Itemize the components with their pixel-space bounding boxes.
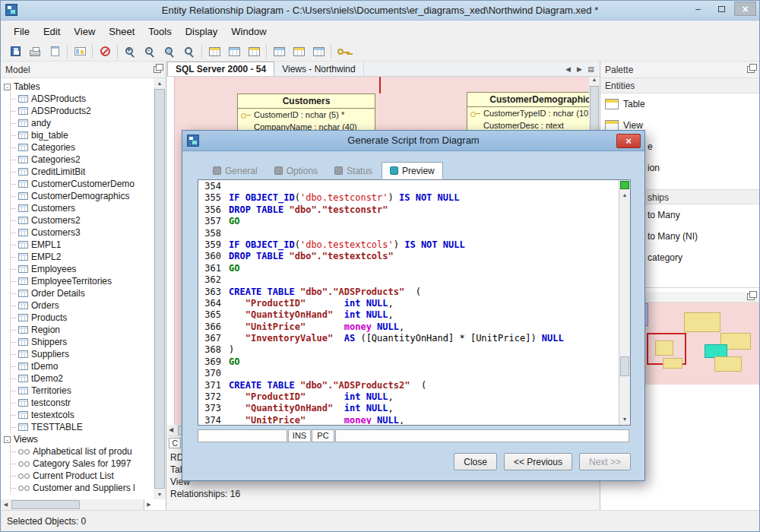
- tree-item-order-details[interactable]: Order Details: [11, 287, 154, 299]
- save-button[interactable]: [5, 43, 25, 60]
- tree-item-categories[interactable]: Categories: [11, 141, 154, 154]
- sheet-prev-button[interactable]: ◀: [562, 65, 574, 73]
- tree-item-adsproducts[interactable]: ADSProducts: [11, 93, 154, 105]
- page-button[interactable]: [45, 43, 65, 60]
- zoom-out-button[interactable]: [140, 43, 160, 60]
- scrollbar-thumb[interactable]: [154, 89, 165, 489]
- previous-button[interactable]: << Previous: [504, 453, 572, 470]
- dialog-title-bar[interactable]: Generate Script from Diagram ×: [182, 131, 644, 151]
- tree-item-testextcols[interactable]: testextcols: [11, 409, 154, 421]
- entity-customerdemographics[interactable]: CustomerDemographicsCustomerTypeID : nch…: [467, 92, 589, 132]
- print-button[interactable]: [25, 43, 45, 60]
- table-button-5[interactable]: [289, 43, 309, 60]
- tree-item-big-table[interactable]: big_table: [11, 129, 154, 141]
- tree-item-shippers[interactable]: Shippers: [11, 336, 154, 348]
- tree-item-orders[interactable]: Orders: [11, 299, 154, 312]
- dialog-tab-preview[interactable]: Preview: [382, 162, 443, 179]
- scroll-up-icon[interactable]: ▲: [619, 191, 630, 200]
- next-button[interactable]: Next >>: [579, 453, 631, 470]
- menu-item-view[interactable]: View: [67, 23, 102, 40]
- sheet-tab-sql-server-2000-54[interactable]: SQL Server 2000 - 54: [167, 62, 274, 76]
- tree-item-categories2[interactable]: Categories2: [11, 154, 154, 166]
- tree-item-tdemo[interactable]: tDemo: [11, 360, 154, 372]
- model-tree-horizontal-scrollbar[interactable]: ◀ ▶: [1, 499, 154, 510]
- model-tree-vertical-scrollbar[interactable]: ▲ ▼: [154, 78, 166, 499]
- tree-item-customers[interactable]: Customers: [11, 202, 154, 214]
- script-code[interactable]: 354355IF OBJECT_ID('dbo.testconstr') IS …: [198, 181, 618, 424]
- magnifier-button[interactable]: [179, 43, 199, 60]
- scroll-up-icon[interactable]: ▲: [589, 77, 600, 82]
- table-button-2[interactable]: [224, 43, 244, 60]
- undock-icon[interactable]: [154, 66, 161, 73]
- tree-item-customers2[interactable]: Customers2: [11, 214, 154, 226]
- tree-item-products[interactable]: Products: [11, 312, 154, 324]
- dialog-tab-general[interactable]: General: [205, 162, 265, 179]
- title-bar[interactable]: Entity Relationship Diagram - C:\Users\n…: [1, 1, 759, 21]
- key-button[interactable]: [334, 43, 353, 60]
- tree-item-tdemo2[interactable]: tDemo2: [11, 372, 154, 385]
- scroll-down-icon[interactable]: ▼: [154, 489, 166, 499]
- tree-item-suppliers[interactable]: Suppliers: [11, 348, 154, 360]
- no-entry-button[interactable]: [95, 43, 115, 60]
- tree-item-customerdemographics[interactable]: CustomerDemographics: [11, 190, 154, 202]
- menu-item-tools[interactable]: Tools: [141, 23, 178, 40]
- table-button-3[interactable]: [244, 43, 264, 60]
- scroll-down-icon[interactable]: ▼: [619, 415, 630, 424]
- entity-customers[interactable]: CustomersCustomerID : nchar (5) *Company…: [237, 93, 375, 134]
- slide-button[interactable]: [70, 43, 90, 60]
- dialog-close-button[interactable]: ×: [616, 134, 641, 148]
- palette-item-table[interactable]: Table: [600, 93, 759, 115]
- tree-item-region[interactable]: Region: [11, 324, 154, 336]
- tree-item-empl1[interactable]: EMPL1: [11, 239, 154, 251]
- tree-item-testconstr[interactable]: testconstr: [11, 397, 154, 409]
- zoom-in-button[interactable]: [120, 43, 140, 60]
- editor-vertical-scrollbar[interactable]: ▲ ▼: [619, 180, 630, 425]
- collapse-icon[interactable]: -: [4, 84, 11, 90]
- editor-split-button[interactable]: [620, 181, 629, 189]
- maximize-button[interactable]: [711, 2, 733, 16]
- tree-item-alphabetical-list-of-produ[interactable]: Alphabetical list of produ: [11, 445, 154, 458]
- tree-item-category-sales-for-1997[interactable]: Category Sales for 1997: [11, 458, 154, 470]
- collapse-icon[interactable]: -: [4, 436, 11, 443]
- scroll-right-icon[interactable]: ▶: [144, 499, 154, 510]
- dialog-tab-status[interactable]: Status: [327, 162, 380, 179]
- table-button-4[interactable]: [269, 43, 289, 60]
- scrollbar-thumb[interactable]: [11, 500, 80, 509]
- minimize-button[interactable]: –: [687, 2, 709, 16]
- tree-item-customercustomerdemo[interactable]: CustomerCustomerDemo: [11, 178, 154, 190]
- menu-item-file[interactable]: File: [7, 23, 36, 40]
- dialog-tab-options[interactable]: Options: [267, 162, 325, 179]
- close-button[interactable]: Close: [454, 453, 497, 470]
- close-button[interactable]: ×: [734, 2, 756, 16]
- scroll-left-icon[interactable]: ◀: [169, 425, 173, 435]
- tree-item-employees[interactable]: Employees: [11, 263, 154, 275]
- script-preview-editor[interactable]: 354355IF OBJECT_ID('dbo.testconstr') IS …: [198, 179, 631, 426]
- tree-item-empl2[interactable]: EMPL2: [11, 251, 154, 263]
- tree-item-territories[interactable]: Territories: [11, 385, 154, 397]
- tree-item-customer-and-suppliers-l[interactable]: Customer and Suppliers l: [11, 482, 154, 494]
- table-button-1[interactable]: [204, 43, 224, 60]
- sheet-tab-views-northwind[interactable]: Views - Northwind: [274, 62, 363, 76]
- scroll-up-icon[interactable]: ▲: [154, 78, 166, 88]
- zoom-page-button[interactable]: [160, 43, 179, 60]
- tree-root-views[interactable]: -Views: [4, 433, 154, 445]
- tree-root-tables[interactable]: -Tables: [4, 81, 154, 93]
- table-button-6[interactable]: [309, 43, 328, 60]
- tree-item-customers3[interactable]: Customers3: [11, 226, 154, 239]
- tree-item-adsproducts2[interactable]: ADSProducts2: [11, 105, 154, 117]
- menu-item-edit[interactable]: Edit: [36, 23, 67, 40]
- sheet-list-button[interactable]: ▤: [585, 65, 597, 73]
- scroll-left-icon[interactable]: ◀: [1, 499, 11, 510]
- tree-item-employeeterritories[interactable]: EmployeeTerritories: [11, 275, 154, 287]
- tree-item-creditlimitbit[interactable]: CreditLimitBit: [11, 166, 154, 178]
- undock-icon[interactable]: [747, 293, 755, 300]
- tree-item-andy[interactable]: andy: [11, 117, 154, 129]
- scrollbar-thumb[interactable]: [620, 356, 629, 376]
- sheet-next-button[interactable]: ▶: [574, 65, 585, 73]
- menu-item-window[interactable]: Window: [224, 23, 273, 40]
- undock-icon[interactable]: [747, 66, 755, 73]
- menu-item-sheet[interactable]: Sheet: [102, 23, 141, 40]
- tree-item-current-product-list[interactable]: Current Product List: [11, 470, 154, 482]
- menu-item-display[interactable]: Display: [179, 23, 225, 40]
- tree-item-testtable[interactable]: TESTTABLE: [11, 421, 154, 433]
